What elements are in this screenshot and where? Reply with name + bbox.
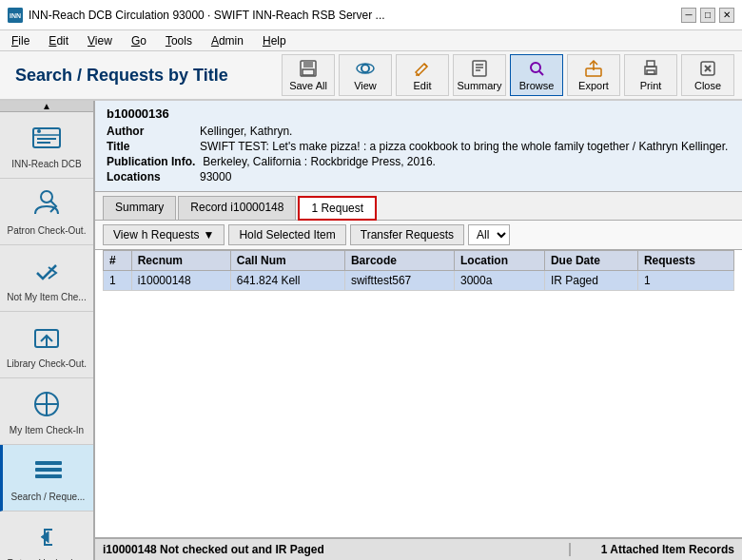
close-toolbar-label: Close [694, 80, 721, 91]
dropdown-arrow-icon: ▼ [204, 228, 215, 241]
sidebar-label-library-checkout: Library Check-Out. [7, 358, 87, 370]
sidebar-label-patron-checkout: Patron Check-Out. [8, 225, 87, 237]
sidebar-item-not-my-item[interactable]: Not My Item Che... [0, 245, 93, 312]
menu-help[interactable]: Help [259, 33, 290, 48]
my-item-checkin-icon [29, 387, 64, 421]
requests-table: # Recnum Call Num Barcode Location Due D… [103, 250, 734, 291]
cell-location: 3000a [454, 271, 544, 291]
save-all-button[interactable]: Save All [282, 54, 335, 96]
summary-button[interactable]: Summary [453, 54, 506, 96]
filter-select[interactable]: All [468, 224, 510, 245]
browse-label: Browse [519, 80, 555, 91]
svg-rect-18 [647, 70, 654, 74]
export-label: Export [578, 80, 609, 91]
cell-requests: 1 [637, 271, 733, 291]
locations-label: Locations [107, 170, 192, 183]
tab-requests[interactable]: 1 Request [298, 196, 377, 221]
main-toolbar: Search / Requests by Title Save All View… [0, 51, 742, 101]
record-field-locations: Locations 93000 [107, 170, 731, 183]
svg-rect-35 [35, 474, 62, 478]
col-header-recnum: Recnum [131, 251, 230, 271]
sidebar-scroll-up[interactable]: ▲ [0, 101, 93, 112]
menu-edit[interactable]: Edit [45, 33, 72, 48]
sidebar-item-search[interactable]: Search / Reque... [0, 445, 93, 512]
svg-rect-26 [37, 142, 50, 144]
summary-icon [470, 59, 489, 78]
svg-rect-17 [647, 61, 654, 67]
sidebar-item-my-item-checkin[interactable]: My Item Check-In [0, 378, 93, 445]
status-left: i10000148 Not checked out and IR Paged [95, 543, 571, 556]
record-field-title: Title SWIFT TEST: Let's make pizza! : a … [107, 140, 731, 153]
patron-checkout-icon [29, 187, 64, 222]
view-button[interactable]: View [339, 54, 392, 96]
svg-text:INN: INN [10, 12, 21, 19]
edit-label: Edit [414, 80, 432, 91]
cell-recnum: i10000148 [131, 271, 230, 291]
menu-tools[interactable]: Tools [162, 33, 196, 48]
sidebar-label-inn-reach-dcb: INN-Reach DCB [11, 159, 81, 170]
edit-button[interactable]: Edit [396, 54, 449, 96]
pubinfo-value: Berkeley, California : Rockbridge Press,… [203, 155, 731, 168]
tab-record[interactable]: Record i10000148 [178, 196, 296, 220]
close-button[interactable]: ✕ [719, 8, 734, 23]
not-my-item-icon [29, 254, 64, 288]
main-layout: ▲ INN-Reach DCB Pat [0, 101, 742, 560]
transfer-requests-button[interactable]: Transfer Requests [350, 224, 464, 245]
menu-admin[interactable]: Admin [207, 33, 247, 48]
menu-view[interactable]: View [84, 33, 116, 48]
cell-barcode: swifttest567 [344, 271, 454, 291]
sidebar-label-search: Search / Reque... [11, 492, 86, 503]
window-title: INN-Reach DCB Circulation 93000 · SWIFT … [29, 9, 385, 22]
tab-summary[interactable]: Summary [103, 196, 176, 220]
svg-rect-33 [35, 461, 62, 465]
svg-rect-34 [35, 468, 62, 472]
export-icon [584, 59, 603, 78]
col-header-callnum: Call Num [230, 251, 344, 271]
title-bar: INN INN-Reach DCB Circulation 93000 · SW… [0, 0, 742, 30]
print-button[interactable]: Print [624, 54, 677, 96]
col-header-requests: Requests [637, 251, 733, 271]
hold-selected-button[interactable]: Hold Selected Item [228, 224, 345, 245]
view-label: View [354, 80, 377, 91]
svg-point-12 [531, 63, 540, 72]
svg-rect-25 [37, 138, 56, 140]
view-requests-button[interactable]: View h Requests ▼ [103, 224, 225, 245]
sidebar-item-return[interactable]: Return Uncircula... [0, 512, 93, 560]
record-id: b10000136 [107, 106, 731, 121]
browse-icon [527, 59, 546, 78]
table-row[interactable]: 1 i10000148 641.824 Kell swifttest567 30… [104, 271, 734, 291]
author-label: Author [107, 125, 192, 138]
view-requests-label: View [113, 228, 138, 241]
menu-go[interactable]: Go [127, 33, 150, 48]
cell-callnum: 641.824 Kell [230, 271, 344, 291]
col-header-barcode: Barcode [344, 251, 454, 271]
hold-requests-label: h Requests [142, 228, 200, 241]
author-value: Kellinger, Kathryn. [200, 125, 731, 138]
svg-point-24 [37, 129, 41, 133]
svg-rect-3 [303, 61, 313, 68]
menu-file[interactable]: File [8, 33, 33, 48]
app-icon: INN [8, 8, 23, 23]
locations-value: 93000 [200, 170, 731, 183]
maximize-button[interactable]: □ [700, 8, 715, 23]
sidebar-item-library-checkout[interactable]: Library Check-Out. [0, 312, 93, 378]
record-field-author: Author Kellinger, Kathryn. [107, 125, 731, 138]
content-area: b10000136 Author Kellinger, Kathryn. Tit… [95, 101, 742, 560]
edit-icon [413, 59, 432, 78]
export-button[interactable]: Export [567, 54, 620, 96]
sidebar-item-patron-checkout[interactable]: Patron Check-Out. [0, 179, 93, 245]
sidebar-item-inn-reach-dcb[interactable]: INN-Reach DCB [0, 112, 93, 179]
table-container: # Recnum Call Num Barcode Location Due D… [95, 250, 742, 537]
minimize-button[interactable]: ─ [681, 8, 696, 23]
close-toolbar-button[interactable]: Close [681, 54, 734, 96]
title-label: Title [107, 140, 192, 153]
content-toolbar: View h Requests ▼ Hold Selected Item Tra… [95, 221, 742, 250]
inn-reach-dcb-icon [29, 121, 64, 155]
browse-button[interactable]: Browse [510, 54, 563, 96]
cell-duedate: IR Paged [544, 271, 637, 291]
status-right: 1 Attached Item Records [571, 543, 742, 556]
status-bar: i10000148 Not checked out and IR Paged 1… [95, 537, 742, 560]
sidebar-label-not-my-item: Not My Item Che... [7, 292, 86, 303]
col-header-num: # [104, 251, 132, 271]
cell-num: 1 [104, 271, 132, 291]
